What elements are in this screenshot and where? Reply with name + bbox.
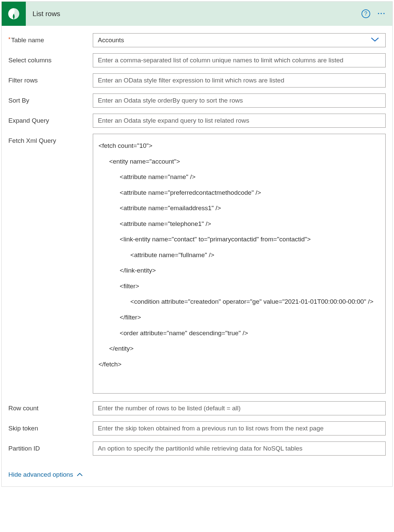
row-count-input[interactable]	[93, 401, 386, 415]
action-card: List rows ? ··· Table name Accounts Sele…	[1, 1, 393, 487]
label-filter-rows: Filter rows	[8, 73, 93, 84]
card-body: Table name Accounts Select columns Filte…	[2, 26, 392, 486]
fetch-xml-textarea[interactable]	[93, 134, 386, 394]
hide-advanced-toggle[interactable]: Hide advanced options	[8, 471, 83, 478]
expand-query-input[interactable]	[93, 114, 386, 128]
sort-by-input[interactable]	[93, 94, 386, 108]
row-sort-by: Sort By	[8, 94, 386, 108]
label-partition-id: Partition ID	[8, 441, 93, 452]
dataverse-icon	[6, 6, 21, 21]
row-row-count: Row count	[8, 401, 386, 415]
more-icon[interactable]: ···	[378, 9, 386, 18]
chevron-down-icon	[371, 37, 379, 44]
label-row-count: Row count	[8, 401, 93, 412]
label-skip-token: Skip token	[8, 421, 93, 432]
filter-rows-input[interactable]	[93, 73, 386, 87]
toggle-label: Hide advanced options	[8, 471, 73, 478]
row-expand-query: Expand Query	[8, 114, 386, 128]
table-name-value: Accounts	[98, 37, 124, 44]
help-icon[interactable]: ?	[362, 9, 370, 18]
label-sort-by: Sort By	[8, 94, 93, 104]
row-table-name: Table name Accounts	[8, 33, 386, 47]
card-title: List rows	[32, 10, 362, 18]
label-select-columns: Select columns	[8, 53, 93, 64]
table-name-select[interactable]: Accounts	[93, 33, 386, 47]
label-expand-query: Expand Query	[8, 114, 93, 124]
skip-token-input[interactable]	[93, 421, 386, 435]
row-select-columns: Select columns	[8, 53, 386, 67]
select-columns-input[interactable]	[93, 53, 386, 67]
label-table-name: Table name	[8, 33, 93, 44]
label-fetch-xml: Fetch Xml Query	[8, 134, 93, 144]
row-skip-token: Skip token	[8, 421, 386, 435]
row-filter-rows: Filter rows	[8, 73, 386, 87]
row-fetch-xml: Fetch Xml Query	[8, 134, 386, 395]
row-partition-id: Partition ID	[8, 441, 386, 456]
chevron-up-icon	[76, 472, 83, 477]
card-header: List rows ? ···	[2, 2, 392, 26]
connector-logo	[2, 2, 26, 26]
partition-id-input[interactable]	[93, 441, 386, 456]
